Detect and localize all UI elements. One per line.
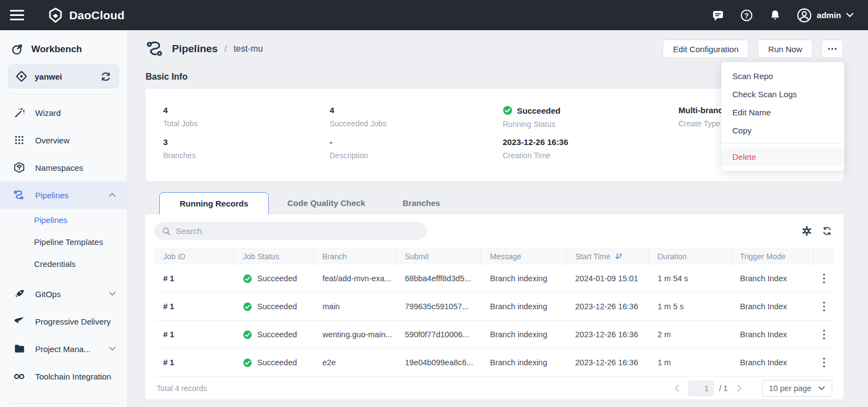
table-settings-gear-icon[interactable]: [801, 226, 812, 237]
cell-duration: 1 m 5 s: [649, 293, 731, 320]
wizard-icon: [13, 107, 25, 119]
sidebar-item-progressive-delivery[interactable]: Progressive Delivery: [0, 308, 127, 335]
success-check-icon: [243, 302, 252, 311]
search-input[interactable]: [176, 226, 419, 236]
stat-value: 4: [330, 105, 503, 115]
stat-label: Creation Time: [503, 151, 678, 160]
main-content: Pipelines / test-mu Edit Configuration R…: [127, 30, 868, 407]
cell-branch: main: [314, 293, 396, 320]
table-row[interactable]: # 1 Succeeded feat/add-mvn-exa... 68bba4…: [154, 265, 834, 293]
cell-duration: 1 m 54 s: [649, 265, 731, 292]
col-start-time[interactable]: Start Time: [566, 248, 649, 265]
pipelines-breadcrumb-icon: [146, 39, 165, 59]
brand[interactable]: DaoCloud: [47, 7, 125, 24]
pagination: / 1 10 per page: [671, 380, 832, 397]
sidebar-item-gitops[interactable]: GitOps: [0, 280, 127, 308]
menu-item-delete[interactable]: Delete: [721, 148, 844, 166]
per-page-select[interactable]: 10 per page: [762, 380, 832, 397]
status-text: Succeeded: [257, 358, 297, 367]
stat-value: Succeeded: [517, 106, 560, 115]
menu-item-copy[interactable]: Copy: [721, 121, 844, 140]
col-job-id[interactable]: Job ID: [154, 248, 234, 265]
row-actions-kebab-icon[interactable]: [814, 293, 834, 320]
sidebar-item-namespaces[interactable]: Namespaces: [0, 154, 127, 181]
cell-message: Branch indexing: [481, 293, 566, 320]
col-branch[interactable]: Branch: [314, 248, 396, 265]
select-chevron-down-icon: [818, 386, 825, 391]
subitem-label: Credentials: [34, 259, 76, 269]
status-text: Succeeded: [257, 274, 297, 283]
table-row[interactable]: # 1 Succeeded wenting.guo-main... 590f0f…: [154, 321, 834, 349]
col-trigger-mode[interactable]: Trigger Mode: [731, 248, 814, 265]
tab-branches[interactable]: Branches: [384, 192, 459, 214]
tab-code-quality-check[interactable]: Code Quality Check: [269, 192, 384, 214]
col-job-status[interactable]: Job Status: [234, 248, 314, 265]
table-row[interactable]: # 1 Succeeded e2e 19e04b099ea8c6... Bran…: [154, 349, 834, 377]
running-records-panel: Job ID Job Status Branch Submit Message …: [146, 214, 843, 399]
menu-item-check-scan-logs[interactable]: Check Scan Logs: [721, 85, 844, 103]
messages-icon[interactable]: [711, 8, 725, 23]
menu-divider: [721, 143, 844, 144]
stat-label: Total Jobs: [163, 119, 330, 128]
cell-start-time: 2023-12-26 16:36: [566, 349, 649, 376]
refresh-icon[interactable]: [821, 226, 832, 237]
more-actions-button[interactable]: [821, 40, 843, 58]
cell-job-status: Succeeded: [234, 321, 314, 348]
notifications-bell-icon[interactable]: [768, 8, 782, 23]
menu-item-edit-name[interactable]: Edit Name: [721, 103, 844, 121]
row-actions-kebab-icon[interactable]: [814, 321, 834, 348]
overview-label: Overview: [35, 136, 116, 145]
breadcrumb-pipelines-link[interactable]: Pipelines: [172, 43, 218, 55]
edit-configuration-button[interactable]: Edit Configuration: [663, 40, 749, 58]
cell-submit: 68bba4efff8d3d5...: [396, 265, 481, 292]
stat-label: Branches: [163, 151, 330, 160]
sidebar-item-overview[interactable]: Overview: [0, 126, 127, 154]
menu-toggle-icon[interactable]: [10, 9, 25, 21]
sidebar-bottom-divider: [10, 403, 117, 404]
row-actions-kebab-icon[interactable]: [814, 349, 834, 376]
table-footer: Total 4 records / 1 10 per page: [154, 377, 834, 399]
cell-branch: wenting.guo-main...: [314, 321, 396, 348]
sidebar-item-pipelines[interactable]: Pipelines: [0, 181, 127, 209]
prev-page-icon[interactable]: [671, 382, 683, 394]
sidebar-item-project-management[interactable]: Project Mana...: [0, 335, 127, 363]
sidebar: Workbench yanwei Wizard Overview: [0, 30, 127, 407]
project-management-label: Project Mana...: [35, 344, 99, 354]
help-icon[interactable]: ?: [739, 8, 754, 23]
sidebar-item-toolchain-integration[interactable]: Toolchain Integration: [0, 363, 127, 390]
page-number-input[interactable]: [688, 381, 714, 396]
per-page-value: 10 per page: [769, 384, 811, 393]
sidebar-subitem-credentials[interactable]: Credentials: [0, 253, 127, 275]
next-page-icon[interactable]: [733, 382, 745, 394]
daocloud-logo-icon: [47, 7, 64, 24]
sidebar-subitem-pipelines[interactable]: Pipelines: [0, 209, 127, 231]
workspace-selector[interactable]: yanwei: [8, 64, 119, 88]
success-check-icon: [243, 330, 252, 339]
success-check-icon: [503, 105, 513, 115]
row-actions-kebab-icon[interactable]: [814, 265, 834, 292]
run-now-button[interactable]: Run Now: [758, 40, 813, 58]
col-message[interactable]: Message: [481, 248, 566, 265]
stat-total-jobs: 4 Total Jobs: [163, 105, 330, 133]
sort-descending-icon[interactable]: [615, 252, 623, 260]
col-duration[interactable]: Duration: [649, 248, 731, 265]
col-submit[interactable]: Submit: [396, 248, 481, 265]
sidebar-item-wizard[interactable]: Wizard: [0, 99, 127, 126]
workbench-icon: [11, 43, 23, 55]
table-row[interactable]: # 1 Succeeded main 799635c591057... Bran…: [154, 293, 834, 321]
tab-running-records[interactable]: Running Records: [159, 192, 269, 214]
user-menu[interactable]: admin: [797, 8, 854, 23]
breadcrumb-separator: /: [224, 43, 227, 54]
cell-job-id: # 1: [154, 349, 234, 376]
cell-duration: 1 m: [649, 349, 731, 376]
cell-duration: 2 m: [649, 321, 731, 348]
switch-workspace-icon[interactable]: [99, 70, 112, 82]
namespaces-icon: [13, 161, 25, 174]
search-box[interactable]: [154, 222, 427, 240]
menu-item-scan-repo[interactable]: Scan Repo: [721, 67, 844, 85]
top-navbar: DaoCloud ? admin: [0, 0, 868, 30]
sidebar-subitem-pipeline-templates[interactable]: Pipeline Templates: [0, 231, 127, 253]
cell-job-status: Succeeded: [234, 293, 314, 320]
more-actions-menu: Scan Repo Check Scan Logs Edit Name Copy…: [721, 62, 844, 171]
cell-message: Branch indexing: [481, 321, 566, 348]
